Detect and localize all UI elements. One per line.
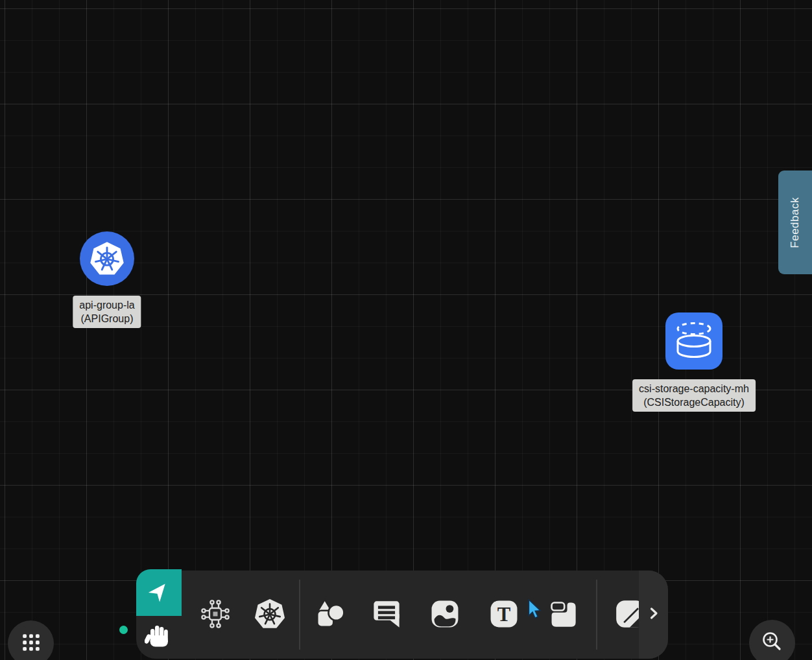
comment-icon xyxy=(371,598,402,631)
node-kind: (APIGroup) xyxy=(79,312,134,325)
shapes-tool-button[interactable] xyxy=(311,596,348,633)
status-dot xyxy=(119,626,128,634)
chevron-right-icon xyxy=(647,606,660,623)
frame-tool-button[interactable] xyxy=(545,596,581,633)
svg-text:T: T xyxy=(497,603,510,625)
node-label: api-group-la (APIGroup) xyxy=(73,296,141,328)
hand-icon xyxy=(145,622,173,653)
node-name: api-group-la xyxy=(79,298,134,312)
node-kind: (CSIStorageCapacity) xyxy=(639,395,749,409)
shapes-icon xyxy=(313,598,346,632)
zoom-in-icon xyxy=(759,629,785,657)
toolbar-divider xyxy=(596,580,597,650)
comment-tool-button[interactable] xyxy=(368,596,405,633)
pan-tool-button[interactable] xyxy=(137,617,180,657)
image-tool-button[interactable] xyxy=(427,596,463,633)
node-csi-storage-capacity[interactable]: csi-storage-capacity-mh (CSIStorageCapac… xyxy=(665,312,722,370)
node-name: csi-storage-capacity-mh xyxy=(639,382,749,395)
kubernetes-tool-button[interactable] xyxy=(252,596,288,633)
kubernetes-icon xyxy=(80,231,134,286)
image-icon xyxy=(429,598,461,632)
text-tool-button[interactable]: T xyxy=(486,596,522,633)
frame-icon xyxy=(547,598,579,631)
text-icon: T xyxy=(488,598,520,632)
cursor-arrow-icon xyxy=(146,579,172,607)
diagram-canvas[interactable]: api-group-la (APIGroup) csi-storage-capa… xyxy=(0,0,812,660)
network-tool-button[interactable] xyxy=(197,596,233,633)
feedback-label: Feedback xyxy=(789,197,802,248)
zoom-in-button[interactable] xyxy=(749,620,795,660)
toolbar-expand-button[interactable] xyxy=(639,571,668,659)
node-api-group[interactable]: api-group-la (APIGroup) xyxy=(80,231,134,286)
toolbar: T xyxy=(136,571,668,659)
apps-grid-icon xyxy=(19,631,43,656)
feedback-tab[interactable]: Feedback xyxy=(778,171,812,274)
network-chip-icon xyxy=(200,598,231,631)
apps-menu-button[interactable] xyxy=(8,620,54,660)
select-tool-button[interactable] xyxy=(136,569,182,616)
kubernetes-icon xyxy=(253,597,287,633)
toolbar-divider xyxy=(299,580,300,650)
node-label: csi-storage-capacity-mh (CSIStorageCapac… xyxy=(632,379,756,412)
storage-cylinder-icon xyxy=(665,312,722,370)
